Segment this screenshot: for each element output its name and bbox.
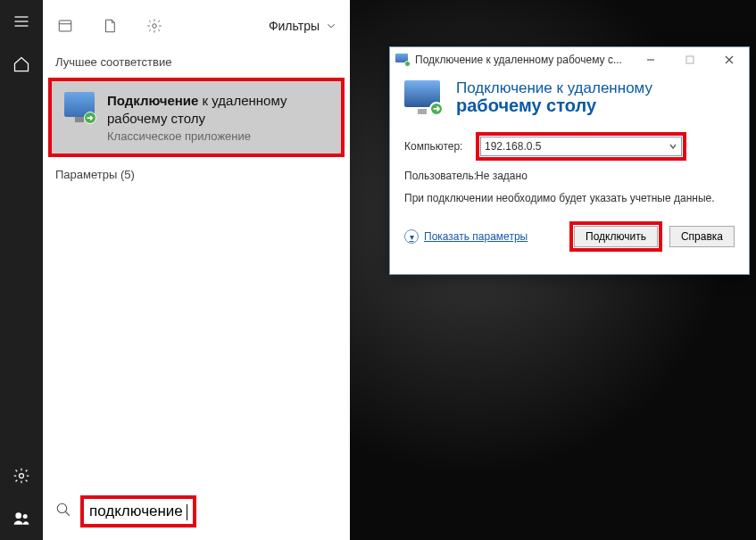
rdp-dialog: Подключение к удаленному рабочему с... ➜… [389, 46, 750, 275]
search-result-rdp[interactable]: ➜ Подключение к удаленному рабочему стол… [48, 78, 345, 157]
result-title: Подключение к удаленному рабочему столу [107, 92, 328, 127]
dialog-title: Подключение к удаленному рабочему с... [415, 54, 631, 66]
close-button[interactable] [710, 47, 749, 72]
dialog-titlebar[interactable]: Подключение к удаленному рабочему с... [390, 47, 749, 72]
dialog-header: ➜ Подключение к удаленному рабочему стол… [390, 72, 749, 127]
svg-line-10 [65, 511, 70, 516]
user-value: Не задано [476, 170, 528, 182]
svg-rect-12 [686, 56, 694, 63]
header-line1: Подключение к удаленному [456, 79, 652, 97]
gear-icon[interactable] [0, 454, 43, 497]
rdp-icon: ➜ [404, 80, 444, 116]
search-input-highlight [80, 495, 196, 528]
svg-point-4 [15, 512, 21, 519]
filters-label: Фильтры [269, 19, 320, 33]
chevron-down-icon[interactable] [669, 141, 677, 154]
search-row [43, 495, 350, 540]
computer-field-highlight: 192.168.0.5 [476, 132, 686, 161]
computer-field[interactable]: 192.168.0.5 [480, 137, 682, 156]
dialog-note: При подключении необходимо будет указать… [404, 191, 735, 205]
computer-label: Компьютер: [404, 140, 476, 153]
connect-button[interactable]: Подключить [574, 226, 658, 247]
help-button[interactable]: Справка [669, 226, 735, 247]
chevron-down-icon: ▾ [404, 229, 419, 244]
maximize-button [670, 47, 710, 72]
svg-point-3 [20, 474, 24, 478]
home-icon[interactable] [0, 43, 43, 86]
chevron-down-icon [325, 20, 337, 32]
header-line2: рабочему столу [456, 96, 652, 116]
user-label: Пользователь: [404, 170, 476, 182]
rdp-icon [395, 54, 410, 66]
gear-icon[interactable] [145, 16, 164, 36]
rdp-icon: ➜ [64, 92, 95, 122]
apps-icon[interactable] [55, 16, 75, 36]
show-options-label: Показать параметры [424, 230, 528, 243]
panel-top: Фильтры [43, 0, 350, 52]
show-options-link[interactable]: ▾ Показать параметры [404, 229, 528, 244]
menu-icon[interactable] [0, 0, 43, 43]
connect-highlight: Подключить [569, 221, 662, 252]
minimize-button[interactable] [631, 47, 670, 72]
svg-point-5 [23, 514, 28, 519]
computer-value: 192.168.0.5 [485, 140, 541, 153]
best-match-label: Лучшее соответствие [43, 52, 350, 74]
users-icon[interactable] [0, 497, 43, 540]
filters-button[interactable]: Фильтры [269, 19, 337, 33]
params-label[interactable]: Параметры (5) [43, 164, 350, 187]
svg-rect-6 [59, 21, 71, 31]
svg-point-8 [153, 24, 157, 29]
svg-point-9 [57, 503, 67, 513]
document-icon[interactable] [100, 16, 120, 36]
search-input[interactable] [89, 503, 187, 520]
search-panel: Фильтры Лучшее соответствие ➜ Подключени… [43, 0, 350, 540]
result-subtitle: Классическое приложение [107, 129, 328, 143]
rail-sidebar [0, 0, 43, 540]
search-icon [55, 502, 71, 521]
